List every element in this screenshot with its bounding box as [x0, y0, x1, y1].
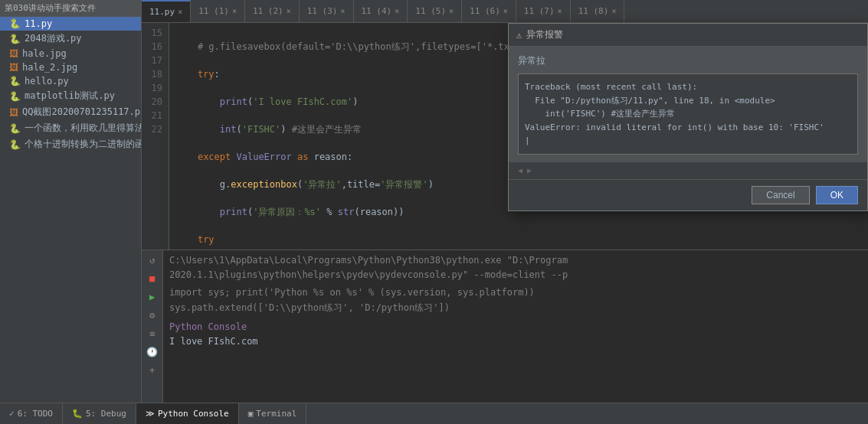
- run-icon[interactable]: ▶: [146, 290, 159, 304]
- svg-text:◀: ◀: [518, 166, 522, 174]
- tab-11[interactable]: 11.py ×: [142, 0, 191, 22]
- tab-11-6[interactable]: 11 (6) ×: [462, 0, 516, 22]
- file-item-func1[interactable]: 🐍 一个函数，利用欧几里得算法: [0, 120, 141, 136]
- file-item-hale2jpg[interactable]: 🖼 hale_2.jpg: [0, 60, 141, 74]
- tab-11-8[interactable]: 11 (8) ×: [571, 0, 625, 22]
- line-numbers: 15 16 17 18 19 20 21 22: [142, 23, 169, 250]
- tab-11-2[interactable]: 11 (2) ×: [245, 0, 300, 22]
- tab-11-5[interactable]: 11 (5) ×: [408, 0, 462, 22]
- file-item-2048[interactable]: 🐍 2048游戏.py: [0, 31, 141, 47]
- tab-label: 11 (3): [307, 6, 338, 16]
- py-icon: 🐍: [9, 18, 21, 29]
- console-cmd1: C:\Users\1\AppData\Local\Programs\Python…: [169, 253, 862, 282]
- img-icon: 🖼: [9, 48, 18, 59]
- file-label: hale.jpg: [22, 48, 67, 59]
- stop-icon[interactable]: ■: [146, 272, 159, 285]
- dialog-icon: ⚠: [516, 30, 522, 41]
- cancel-button[interactable]: Cancel: [752, 186, 809, 204]
- py-icon: 🐍: [9, 91, 21, 102]
- console-content[interactable]: C:\Users\1\AppData\Local\Programs\Python…: [163, 250, 868, 403]
- console-icon: ≫: [146, 409, 155, 419]
- img-icon: 🖼: [9, 107, 18, 118]
- close-icon[interactable]: ×: [611, 7, 616, 15]
- py-icon: 🐍: [9, 34, 21, 44]
- tab-label: 11 (4): [362, 6, 392, 16]
- tabs-bar: 11.py × 11 (1) × 11 (2) × 11 (3) × 11 (4…: [142, 0, 868, 23]
- dialog-exception-label: 异常拉: [518, 54, 858, 67]
- file-label: 2048游戏.py: [25, 32, 82, 45]
- status-tab-debug[interactable]: 🐛 5: Debug: [63, 403, 136, 424]
- close-icon[interactable]: ×: [287, 7, 291, 15]
- tab-11-4[interactable]: 11 (4) ×: [354, 0, 408, 22]
- console-side-icons: ↺ ■ ▶ ⚙ ≡ 🕐 +: [142, 250, 163, 403]
- console-cmd2: import sys; print('Python %s on %s' % (s…: [169, 285, 862, 300]
- file-item-func2[interactable]: 🐍 个格十进制转换为二进制的函: [0, 136, 141, 152]
- exception-dialog: ⚠ 异常报警 异常拉 Traceback (most recent call l…: [508, 23, 868, 211]
- add-icon[interactable]: +: [146, 364, 159, 377]
- scroll-indicator: ◀ ▶: [518, 166, 533, 174]
- terminal-icon: ▣: [248, 409, 254, 419]
- sidebar-header: 第030讲动动手搜索文件: [0, 0, 141, 17]
- file-label: matplotlib测试.py: [25, 90, 115, 103]
- console-status-label: Python Console: [158, 409, 229, 419]
- tab-label: 11 (6): [470, 6, 500, 16]
- rerun-icon[interactable]: ↺: [146, 253, 159, 267]
- console-python-label: Python Console: [169, 320, 862, 334]
- ok-button[interactable]: OK: [816, 186, 858, 204]
- tab-label: 11 (7): [524, 6, 555, 16]
- img-icon: 🖼: [9, 62, 18, 73]
- file-item-qq[interactable]: 🖼 QQ截图20200701235117.pr: [0, 104, 141, 120]
- close-icon[interactable]: ×: [558, 7, 562, 15]
- list-icon[interactable]: ≡: [146, 327, 159, 341]
- file-label: QQ截图20200701235117.pr: [22, 106, 142, 119]
- debug-label: 5: Debug: [86, 409, 126, 419]
- dialog-footer: Cancel OK: [509, 179, 867, 210]
- tab-11-7[interactable]: 11 (7) ×: [516, 0, 571, 22]
- close-icon[interactable]: ×: [449, 7, 454, 15]
- py-icon: 🐍: [9, 139, 21, 150]
- close-icon[interactable]: ×: [178, 8, 182, 16]
- status-tab-console[interactable]: ≫ Python Console: [136, 403, 239, 424]
- settings-icon[interactable]: ⚙: [146, 308, 159, 322]
- file-item-hellopy[interactable]: 🐍 hello.py: [0, 74, 141, 88]
- py-icon: 🐍: [9, 76, 21, 86]
- file-item-matplotlib[interactable]: 🐍 matplotlib测试.py: [0, 88, 141, 104]
- close-icon[interactable]: ×: [503, 7, 508, 15]
- tab-11-1[interactable]: 11 (1) ×: [191, 0, 245, 22]
- file-label: 一个函数，利用欧几里得算法: [25, 122, 142, 135]
- file-label: hale_2.jpg: [22, 62, 77, 73]
- tab-label: 11 (8): [578, 6, 609, 16]
- debug-icon: 🐛: [72, 409, 83, 419]
- time-icon[interactable]: 🕐: [146, 345, 159, 359]
- close-icon[interactable]: ×: [395, 7, 399, 15]
- tab-label: 11.py: [149, 7, 175, 17]
- status-tab-todo[interactable]: ✓ 6: TODO: [0, 403, 63, 424]
- tab-label: 11 (5): [415, 6, 446, 16]
- py-icon: 🐍: [9, 123, 21, 134]
- console-body: ↺ ■ ▶ ⚙ ≡ 🕐 + C:\Users\1\AppData\Local\P…: [142, 250, 868, 403]
- file-item-halejpg[interactable]: 🖼 hale.jpg: [0, 47, 141, 60]
- status-bar: ✓ 6: TODO 🐛 5: Debug ≫ Python Console ▣ …: [0, 403, 868, 424]
- dialog-title-bar: ⚠ 异常报警: [509, 24, 867, 47]
- dialog-traceback[interactable]: Traceback (most recent call last): File …: [518, 73, 858, 155]
- status-tab-terminal[interactable]: ▣ Terminal: [239, 403, 307, 424]
- file-item-11py[interactable]: 🐍 11.py: [0, 17, 141, 31]
- file-label: 个格十进制转换为二进制的函: [25, 138, 142, 151]
- file-label: 11.py: [25, 18, 52, 29]
- tab-11-3[interactable]: 11 (3) ×: [300, 0, 354, 22]
- file-tree: 第030讲动动手搜索文件 🐍 11.py 🐍 2048游戏.py 🖼 hale.…: [0, 0, 142, 403]
- todo-icon: ✓: [9, 409, 15, 419]
- svg-text:▶: ▶: [527, 166, 532, 174]
- console-output: I love FIshC.com: [169, 334, 862, 349]
- file-label: hello.py: [25, 76, 69, 86]
- todo-label: 6: TODO: [18, 409, 53, 419]
- dialog-title: 异常报警: [526, 28, 563, 41]
- console-cmd3: sys.path.extend(['D:\\python练习', 'D:/pyt…: [169, 301, 862, 315]
- tab-label: 11 (2): [253, 6, 283, 16]
- dialog-body: 异常拉 Traceback (most recent call last): F…: [509, 47, 867, 162]
- terminal-label: Terminal: [256, 409, 296, 419]
- tab-label: 11 (1): [198, 6, 229, 16]
- close-icon[interactable]: ×: [232, 7, 237, 15]
- close-icon[interactable]: ×: [340, 7, 345, 15]
- console-area: ↺ ■ ▶ ⚙ ≡ 🕐 + C:\Users\1\AppData\Local\P…: [142, 250, 868, 403]
